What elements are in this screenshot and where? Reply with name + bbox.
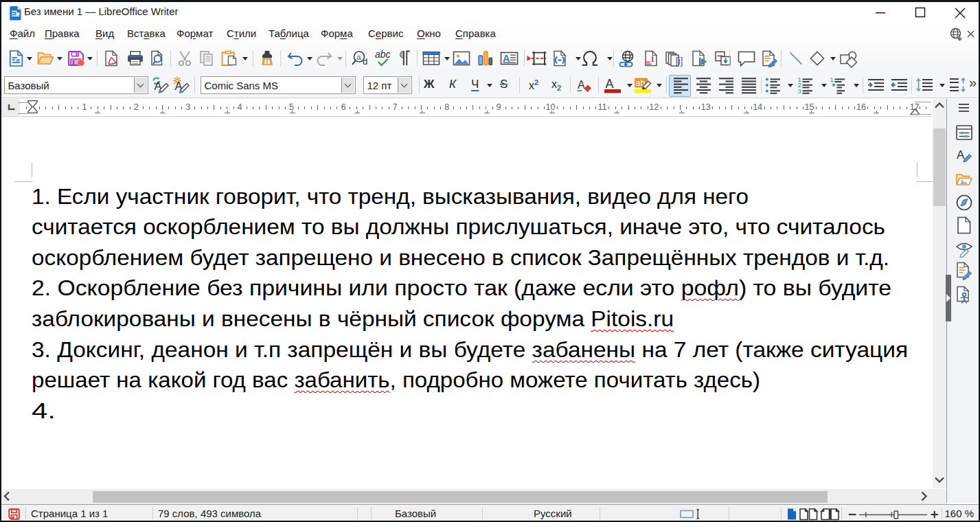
svg-text:d: d xyxy=(363,56,367,67)
svg-text:3: 3 xyxy=(798,87,801,94)
svg-text:A: A xyxy=(503,53,510,64)
svg-text:A: A xyxy=(957,148,965,161)
svg-text:abc: abc xyxy=(375,50,391,60)
svg-text:1: 1 xyxy=(830,76,834,83)
svg-text:1: 1 xyxy=(650,54,654,64)
svg-text:a: a xyxy=(356,53,361,61)
svg-text:[i]: [i] xyxy=(676,56,683,67)
svg-text:A: A xyxy=(606,77,614,91)
svg-text:A: A xyxy=(578,79,585,91)
